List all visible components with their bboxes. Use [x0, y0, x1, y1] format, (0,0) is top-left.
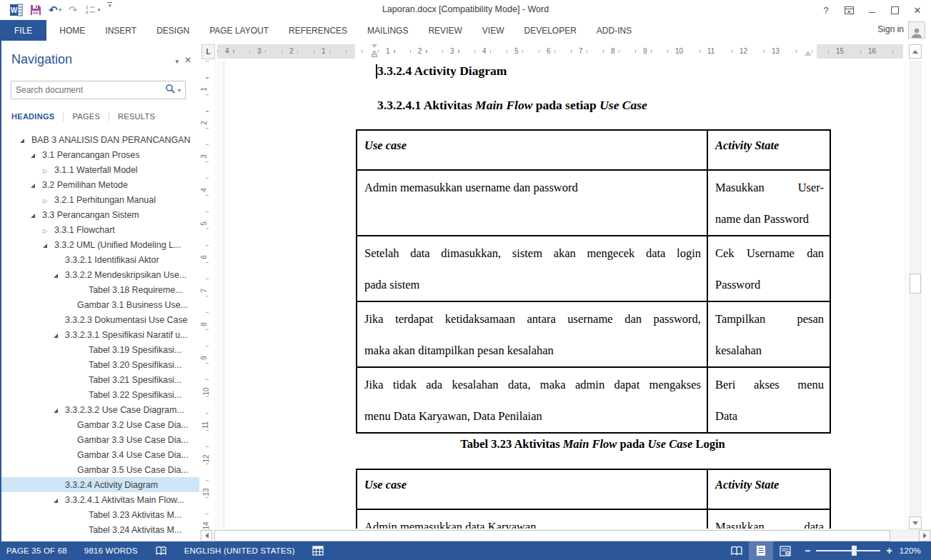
expand-collapse-icon[interactable] [29, 150, 42, 160]
nav-heading-item[interactable]: 3.3.2.3.1 Spesifikasi Naratif u... [1, 327, 199, 342]
horizontal-scrollbar-thumb[interactable] [214, 530, 890, 541]
nav-heading-item[interactable]: BAB 3 ANALISIS DAN PERANCANGAN [1, 132, 199, 147]
sign-in-link[interactable]: Sign in [877, 24, 904, 34]
language-indicator[interactable]: ENGLISH (UNITED STATES) [176, 541, 304, 560]
nav-heading-item[interactable]: 3.3.2 UML (Unified Modeling L... [1, 237, 199, 252]
scroll-up-icon[interactable] [909, 44, 922, 59]
expand-collapse-icon[interactable] [41, 195, 54, 205]
ribbon-display-options-icon[interactable] [840, 2, 858, 18]
nav-heading-item[interactable]: 3.1 Perancangan Proses [1, 147, 199, 162]
activity-table-2[interactable]: Use caseActivity StateAdmin memasukkan d… [356, 469, 831, 529]
ribbon-tab-insert[interactable]: INSERT [95, 20, 146, 41]
first-line-indent-marker[interactable] [372, 44, 377, 48]
nav-heading-item[interactable]: Gambar 3.3 Use Case Dia... [1, 432, 199, 447]
macro-recording-icon[interactable] [304, 541, 332, 560]
print-layout-icon[interactable] [749, 541, 773, 560]
nav-heading-item[interactable]: Tabel 3.19 Spesifikasi... [1, 342, 199, 357]
zoom-slider[interactable] [816, 550, 880, 551]
navigation-close-icon[interactable]: ✕ [184, 55, 191, 65]
search-icon[interactable] [165, 84, 175, 96]
close-icon[interactable]: ✕ [908, 2, 927, 18]
horizontal-ruler[interactable]: 4321123456789101112131516 [217, 44, 903, 59]
nav-heading-item[interactable]: 3.2 Pemilihan Metode [1, 177, 199, 192]
expand-collapse-icon[interactable] [29, 180, 42, 190]
ribbon-tab-review[interactable]: REVIEW [418, 20, 472, 41]
activity-table-1[interactable]: Use caseActivity StateAdmin memasukkan u… [356, 129, 831, 434]
scroll-right-icon[interactable] [919, 530, 930, 541]
page-indicator[interactable]: PAGE 35 OF 68 [0, 541, 76, 560]
table-cell[interactable]: Tampilkan pesankesalahan [707, 301, 830, 367]
expand-collapse-icon[interactable] [52, 495, 65, 505]
expand-collapse-icon[interactable] [52, 270, 65, 280]
nav-heading-item[interactable]: 3.3.2.2 Mendeskripsikan Use... [1, 267, 199, 282]
left-indent-marker[interactable] [372, 54, 377, 57]
nav-heading-item[interactable]: 3.3.2.1 Identifikasi Aktor [1, 252, 199, 267]
ribbon-tab-design[interactable]: DESIGN [146, 20, 199, 41]
table-header-cell[interactable]: Activity State [707, 469, 830, 509]
nav-heading-item[interactable]: Gambar 3.1 Business Use... [1, 297, 199, 312]
heading-activity-diagram[interactable]: 3.3.2.4 Activity Diagram [377, 64, 507, 79]
table-cell[interactable]: Setelah data dimasukkan, sistem akan men… [357, 236, 707, 301]
search-dropdown-icon[interactable]: ▾ [178, 87, 181, 94]
nav-tab-results[interactable]: RESULTS [109, 112, 164, 121]
user-avatar-icon[interactable] [908, 21, 925, 39]
right-indent-marker[interactable] [805, 51, 812, 56]
table-header-cell[interactable]: Activity State [707, 130, 830, 170]
tab-stop-selector[interactable]: L [201, 44, 215, 59]
nav-heading-item[interactable]: 3.1.1 Waterfall Model [1, 162, 199, 177]
expand-collapse-icon[interactable] [52, 330, 65, 340]
nav-tab-pages[interactable]: PAGES [64, 112, 109, 121]
zoom-percentage[interactable]: 120% [900, 546, 931, 555]
heading-aktivitas-main-flow[interactable]: 3.3.2.4.1 Aktivitas Main Flow pada setia… [377, 98, 647, 113]
read-mode-icon[interactable] [725, 541, 749, 560]
expand-collapse-icon[interactable] [41, 165, 54, 175]
nav-heading-item[interactable]: Gambar 3.2 Use Case Dia... [1, 417, 199, 432]
ribbon-tab-file[interactable]: FILE [0, 20, 46, 41]
nav-heading-item[interactable]: 3.3.2.4.1 Aktivitas Main Flow... [1, 492, 199, 507]
document-page[interactable]: 3.3.2.4 Activity Diagram 3.3.2.4.1 Aktiv… [224, 61, 904, 529]
table-cell[interactable]: Masukkan User-name dan Password [707, 170, 830, 236]
table-header-cell[interactable]: Use case [357, 469, 707, 509]
ribbon-tab-developer[interactable]: DEVELOPER [514, 20, 586, 41]
ribbon-tab-page-layout[interactable]: PAGE LAYOUT [199, 20, 279, 41]
scroll-down-icon[interactable] [909, 516, 922, 529]
nav-heading-item[interactable]: Gambar 3.5 Use Case Dia... [1, 462, 199, 477]
nav-heading-item[interactable]: 3.3 Perancangan Sistem [1, 207, 199, 222]
minimize-icon[interactable] [862, 2, 881, 18]
expand-collapse-icon[interactable] [52, 405, 65, 415]
table-header-cell[interactable]: Use case [357, 130, 707, 170]
ribbon-tab-view[interactable]: VIEW [472, 20, 514, 41]
nav-heading-item[interactable]: Gambar 3.4 Use Case Dia... [1, 447, 199, 462]
expand-collapse-icon[interactable] [19, 135, 31, 145]
nav-heading-item[interactable]: 3.3.2.3 Dokumentasi Use Case [1, 312, 199, 327]
table-caption[interactable]: Tabel 3.23 Aktivitas Main Flow pada Use … [356, 437, 830, 451]
nav-heading-item[interactable]: Tabel 3.18 Requireme... [1, 282, 199, 297]
table-cell[interactable]: Jika tidak ada kesalahan data, maka admi… [357, 367, 707, 433]
nav-heading-item[interactable]: Tabel 3.20 Spesifikasi... [1, 357, 199, 372]
expand-collapse-icon[interactable] [29, 210, 42, 220]
nav-heading-item[interactable]: 3.3.2.3.2 Use Case Diagram... [1, 402, 199, 417]
table-cell[interactable]: Jika terdapat ketidaksamaan antara usern… [357, 301, 707, 367]
ribbon-tab-add-ins[interactable]: ADD-INS [587, 20, 642, 41]
help-icon[interactable]: ? [817, 2, 835, 18]
nav-heading-item[interactable]: 3.3.2.4 Activity Diagram [1, 477, 199, 492]
ribbon-tab-mailings[interactable]: MAILINGS [357, 20, 418, 41]
search-input[interactable] [11, 85, 165, 95]
zoom-slider-thumb[interactable] [852, 546, 857, 556]
ribbon-tab-home[interactable]: HOME [49, 20, 95, 41]
zoom-in-icon[interactable]: + [886, 545, 892, 556]
nav-heading-item[interactable]: Tabel 3.23 Aktivitas M... [1, 507, 199, 522]
ribbon-tab-references[interactable]: REFERENCES [279, 20, 357, 41]
table-cell[interactable]: Admin memasukkan username dan password [357, 170, 707, 236]
word-count[interactable]: 9816 WORDS [76, 541, 146, 560]
maximize-icon[interactable] [885, 2, 904, 18]
nav-tab-headings[interactable]: HEADINGS [11, 112, 63, 121]
nav-heading-item[interactable]: Tabel 3.24 Aktivitas M... [1, 522, 199, 537]
table-cell[interactable]: Admin memasukkan data Karyawan [357, 509, 707, 529]
vertical-ruler[interactable]: 1234567891011121314 [200, 61, 214, 529]
expand-collapse-icon[interactable] [41, 225, 54, 235]
hanging-indent-marker[interactable] [372, 50, 377, 54]
navigation-options-icon[interactable]: ▾ [175, 58, 179, 65]
scroll-left-icon[interactable] [201, 530, 212, 541]
table-cell[interactable]: Beri akses menuData [707, 367, 830, 433]
